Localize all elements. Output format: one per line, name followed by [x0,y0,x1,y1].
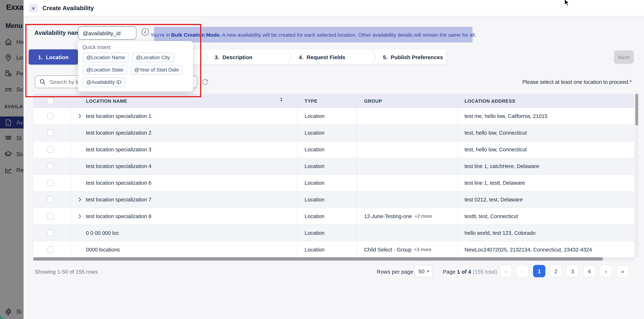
table-row: test location specialization 7Locationte… [33,191,634,208]
type-cell: Location [304,175,324,191]
type-cell: Location [304,208,324,224]
expand-chevron-icon[interactable] [78,197,81,202]
page-button-1[interactable]: 1 [533,265,545,277]
step-description[interactable]: 3. Description [215,49,252,65]
row-checkbox[interactable] [47,146,54,153]
close-icon: ✕ [31,6,35,11]
table-row: 0 0 00 000 locLocationhello world, test … [33,224,634,241]
address-cell: hello world, test 123, Colorado [464,225,536,241]
address-cell: test line 1, catchHere, Delaware [464,158,539,174]
row-checkbox[interactable] [47,163,54,169]
location-name-cell: test location specialization 2 [86,125,152,141]
refresh-icon[interactable] [202,79,208,87]
next-button[interactable]: Next [614,51,634,64]
page-button-2[interactable]: 2 [550,265,562,277]
sort-icon[interactable]: ▲▼ [280,97,283,102]
table-row: test location specialization 1Locationte… [33,108,634,125]
showing-rows-text: Showing 1-50 of 155 rows [35,268,98,275]
group-cell: Child Select - Group +3 more [364,241,431,258]
chip-location-name[interactable]: @Location Name [82,53,129,62]
next-page-button[interactable]: › [600,265,612,277]
quick-insert-title: Quick insert: [82,44,188,50]
rows-per-page-label: Rows per page [377,268,414,275]
table-row: test location specialization 2Locationte… [33,125,634,141]
last-page-button[interactable]: » [616,265,629,277]
chip-availability-id[interactable]: @Availability ID [82,77,125,87]
step-separator [372,49,376,65]
chevron-down-icon: ▼ [426,269,430,273]
type-cell: Location [304,241,324,258]
type-cell: Location [304,191,324,208]
step-request-fields[interactable]: 4. Request Fields [299,49,345,65]
banner-bold: Bulk Creation Mode. [171,32,221,38]
type-cell: Location [304,158,324,174]
chip-year-start-date[interactable]: @Year of Start Date [130,65,183,75]
row-checkbox[interactable] [47,180,54,186]
column-divider [297,94,298,260]
step-separator [288,49,292,65]
expand-chevron-icon[interactable] [78,214,81,219]
location-name-cell: 0000 locations [86,241,120,258]
bulk-mode-banner: You're in Bulk Creation Mode. A new avai… [154,27,472,43]
address-cell: test me, hello low, California, 21015 [464,108,548,125]
step-location[interactable]: 1. Location [29,49,78,65]
type-cell: Location [304,108,324,125]
first-page-button[interactable]: « [500,265,512,277]
group-cell: 12-June-Testing-one +2 more [364,208,432,224]
address-cell: NewLoc24072025, 2132134, Connecticut, 23… [464,241,592,258]
chip-location-state[interactable]: @Location State [82,65,127,75]
step-separator [204,49,208,65]
location-name-cell: test location specialization 4 [86,158,152,174]
close-button[interactable]: ✕ [29,4,38,13]
page-button-3[interactable]: 3 [566,265,579,277]
quick-insert-dropdown: Quick insert: @Location Name @Location C… [78,41,193,92]
group-more-badge[interactable]: +2 more [414,214,432,219]
chip-location-city[interactable]: @Location City [132,53,174,62]
horizontal-scrollbar-thumb[interactable] [33,257,603,260]
app-screen: Exxat( Menu Ho Lo Pe Sc AVAILAB Av Sl [0,0,644,319]
address-cell: test line 1, testt, Delaware [464,175,525,191]
location-name-cell: test location specialization 7 [86,191,152,208]
location-name-cell: test location specialization 1 [86,108,152,125]
info-icon[interactable]: i [142,28,149,36]
rows-per-page-select[interactable]: 50 ▼ [414,265,433,277]
location-name-cell: 0 0 00 000 loc [86,225,119,241]
step-publish-preferences[interactable]: 5. Publish Preferences [383,49,443,65]
table-header: LOCATION NAME ▲▼ TYPE GROUP LOCATION ADD… [33,94,634,108]
banner-prefix: You're in [150,32,170,38]
column-divider [458,94,458,260]
page-info: Page 1 of 4 (155 total) [443,268,497,275]
expand-chevron-icon[interactable] [78,114,81,119]
address-cell: test, hello low, Connecticut [464,142,527,158]
vertical-scrollbar-thumb[interactable] [635,94,638,126]
page-button-4[interactable]: 4 [583,265,596,277]
row-checkbox[interactable] [47,246,54,253]
column-location-name: LOCATION NAME [86,94,127,108]
address-cell: test, hello low, Connecticut [464,125,527,141]
location-name-cell: test location specialization 8 [86,208,152,224]
row-checkbox[interactable] [47,113,54,120]
column-divider [70,94,71,260]
address-cell: testtt, test, Connecticut [464,208,518,224]
table-row: test location specialization 3Locationte… [33,141,634,158]
modal-header: ✕ Create Availability [24,0,644,16]
search-icon [40,79,46,85]
vertical-scrollbar[interactable] [635,94,638,257]
sidebar: Exxat( Menu Ho Lo Pe Sc AVAILAB Av Sl [0,0,24,319]
table-row: test location specialization 8Location12… [33,208,634,224]
row-checkbox[interactable] [47,213,54,220]
location-name-cell: test location specialization 3 [86,142,152,158]
modal-title: Create Availability [42,5,94,12]
table-row: test location specialization 4Locationte… [33,158,634,174]
selection-helper-text: Please select at least one location to p… [522,79,632,85]
select-all-checkbox[interactable] [47,98,54,104]
row-checkbox[interactable] [47,196,54,203]
row-checkbox[interactable] [47,229,54,236]
horizontal-scrollbar[interactable] [33,257,634,260]
pagination: « ‹ 1 2 3 4 › » [500,265,629,277]
group-more-badge[interactable]: +3 more [414,247,431,252]
prev-page-button[interactable]: ‹ [516,265,529,277]
row-checkbox[interactable] [47,130,54,136]
availability-name-input[interactable] [78,27,136,40]
location-name-cell: test location specialization 6 [86,175,152,191]
